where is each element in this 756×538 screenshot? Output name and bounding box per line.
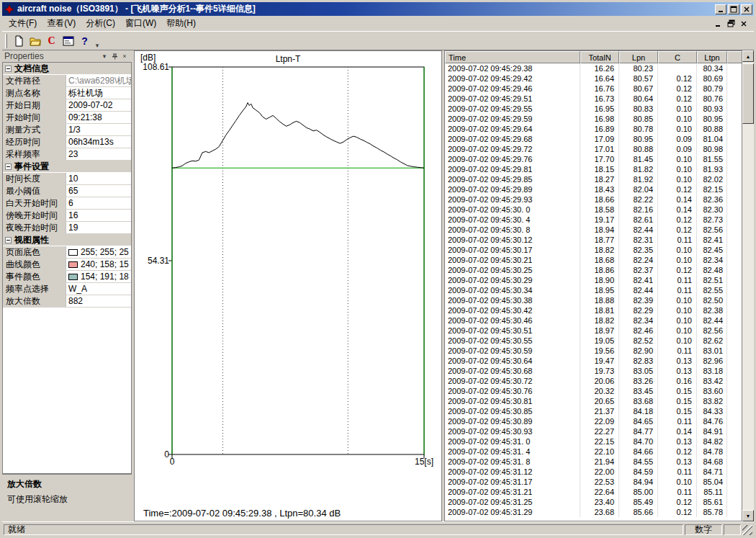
property-row[interactable]: 频率点选择W_A (3, 283, 131, 295)
column-header-time[interactable]: Time (445, 51, 580, 63)
property-row[interactable]: 事件颜色154; 191; 18 (3, 271, 131, 283)
table-row[interactable]: 2009-07-02 09:45:30.2918.9082.410.1182.5… (445, 275, 742, 285)
property-row[interactable]: 经历时间06h34m13s (3, 136, 131, 148)
collapse-icon[interactable] (5, 66, 12, 72)
property-row[interactable]: 采样频率23 (3, 148, 131, 161)
vertical-scrollbar[interactable]: ▲ ▼ (742, 50, 754, 521)
title-bar[interactable]: aircraft noise（ISO3891） - [飞机噪声分析1--事件5详… (2, 2, 754, 16)
property-row[interactable]: 白天开始时间6 (3, 197, 131, 210)
table-row[interactable]: 2009-07-02 09:45:30. 818.9482.440.1282.5… (445, 225, 742, 235)
table-row[interactable]: 2009-07-02 09:45:30.8521.3784.180.1584.3… (445, 406, 742, 416)
help-button[interactable]: ? (76, 33, 93, 49)
maximize-button[interactable] (728, 4, 739, 14)
table-row[interactable]: 2009-07-02 09:45:30.5118.9782.460.1082.5… (445, 326, 742, 336)
table-row[interactable]: 2009-07-02 09:45:30.2518.8682.370.1282.4… (445, 265, 742, 275)
column-header-lpn[interactable]: Lpn (619, 51, 658, 63)
table-row[interactable]: 2009-07-02 09:45:30.8922.0984.650.1184.7… (445, 416, 742, 426)
table-row[interactable]: 2009-07-02 09:45:29.6817.0980.950.0981.0… (445, 134, 742, 144)
scrollbar-track[interactable] (742, 62, 754, 510)
toolbar-grip[interactable] (5, 34, 7, 48)
property-value[interactable]: 1/3 (66, 124, 131, 135)
panel-menu-icon[interactable]: ▾ (99, 52, 109, 61)
property-value[interactable]: W_A (66, 283, 131, 295)
open-folder-button[interactable] (27, 33, 43, 49)
property-row[interactable]: 测量方式1/3 (3, 124, 131, 136)
property-row[interactable]: 傍晚开始时间16 (3, 210, 131, 222)
scroll-up-icon[interactable]: ▲ (742, 50, 754, 62)
property-value[interactable]: 154; 191; 18 (66, 271, 131, 282)
property-value[interactable]: 240; 158; 15 (66, 259, 131, 270)
menu-item-w[interactable]: 窗口(W) (120, 15, 161, 32)
property-value[interactable]: 255; 255; 25 (66, 246, 131, 258)
property-value[interactable]: C:\awa6298\机场 (66, 75, 131, 86)
new-document-button[interactable] (10, 33, 27, 49)
c-weighting-button[interactable]: C (43, 33, 60, 49)
property-value[interactable]: 19 (66, 222, 131, 233)
menu-item-h[interactable]: 帮助(H) (161, 15, 201, 32)
table-row[interactable]: 2009-07-02 09:45:29.8118.1581.820.1081.9… (445, 164, 742, 174)
property-section-header[interactable]: 视图属性 (3, 234, 131, 246)
property-row[interactable]: 夜晚开始时间19 (3, 222, 131, 234)
mdi-close-button[interactable] (738, 19, 750, 28)
menu-item-c[interactable]: 分析(C) (81, 15, 120, 32)
property-row[interactable]: 页面底色255; 255; 25 (3, 246, 131, 259)
property-section-header[interactable]: 文档信息 (3, 63, 131, 75)
table-row[interactable]: 2009-07-02 09:45:31.1722.5384.940.1085.0… (445, 477, 742, 487)
event-properties-button[interactable] (60, 33, 76, 49)
pin-icon[interactable] (109, 52, 120, 61)
table-row[interactable]: 2009-07-02 09:45:29.6416.8980.780.1080.8… (445, 124, 742, 134)
panel-close-icon[interactable]: × (120, 52, 130, 61)
table-row[interactable]: 2009-07-02 09:45:29.4216.6480.570.1280.6… (445, 73, 742, 84)
property-row[interactable]: 开始时间09:21:38 (3, 112, 131, 124)
property-value[interactable]: 65 (66, 185, 131, 197)
table-row[interactable]: 2009-07-02 09:45:30.9322.2784.770.1484.9… (445, 426, 742, 436)
column-header-c[interactable]: C (658, 51, 697, 63)
property-value[interactable]: 栎社机场 (66, 87, 131, 99)
properties-panel-header[interactable]: Properties ▾ × (2, 50, 132, 62)
table-row[interactable]: 2009-07-02 09:45:31.2122.6485.000.1185.1… (445, 487, 742, 497)
table-row[interactable]: 2009-07-02 09:45:30.1718.8282.350.1082.4… (445, 245, 742, 255)
close-button[interactable] (741, 4, 752, 14)
table-row[interactable]: 2009-07-02 09:45:30.3418.9582.440.1182.5… (445, 285, 742, 295)
toolbar-overflow-button[interactable]: ▾ (93, 33, 102, 49)
table-row[interactable]: 2009-07-02 09:45:29.8918.4382.040.1282.1… (445, 184, 742, 194)
table-row[interactable]: 2009-07-02 09:45:31.2923.6885.660.1285.7… (445, 507, 742, 517)
chart-svg[interactable] (135, 51, 441, 467)
property-value[interactable]: 09:21:38 (66, 112, 131, 123)
property-row[interactable]: 文件路径C:\awa6298\机场 (3, 75, 131, 87)
property-value[interactable]: 23 (66, 148, 131, 160)
resize-grip[interactable] (742, 525, 752, 535)
property-value[interactable]: 2009-07-02 (66, 99, 131, 111)
table-row[interactable]: 2009-07-02 09:45:30.5519.0582.520.1082.6… (445, 336, 742, 346)
scroll-down-icon[interactable]: ▼ (742, 510, 754, 521)
table-row[interactable]: 2009-07-02 09:45:30. 419.1782.610.1282.7… (445, 215, 742, 225)
property-row[interactable]: 放大倍数882 (3, 295, 131, 308)
mdi-restore-button[interactable] (725, 19, 737, 28)
table-row[interactable]: 2009-07-02 09:45:30.4618.8282.340.1082.4… (445, 315, 742, 326)
mdi-minimize-button[interactable] (712, 19, 724, 28)
table-row[interactable]: 2009-07-02 09:45:30.7620.3283.450.1583.6… (445, 386, 742, 396)
table-row[interactable]: 2009-07-02 09:45:30. 018.5882.160.1482.3… (445, 205, 742, 215)
table-row[interactable]: 2009-07-02 09:45:29.3816.2680.2380.34 (445, 63, 742, 73)
table-row[interactable]: 2009-07-02 09:45:29.4616.7680.670.1280.7… (445, 84, 742, 94)
table-row[interactable]: 2009-07-02 09:45:30.4218.8182.290.1082.3… (445, 305, 742, 315)
table-row[interactable]: 2009-07-02 09:45:30.2118.6882.240.1082.3… (445, 255, 742, 265)
table-row[interactable]: 2009-07-02 09:45:31. 022.1584.700.1384.8… (445, 436, 742, 447)
collapse-icon[interactable] (5, 237, 12, 243)
table-row[interactable]: 2009-07-02 09:45:30.3818.8882.390.1082.5… (445, 295, 742, 305)
scrollbar-thumb[interactable] (742, 63, 754, 124)
property-row[interactable]: 测点名称栎社机场 (3, 87, 131, 99)
table-row[interactable]: 2009-07-02 09:45:29.7217.0180.880.0980.9… (445, 144, 742, 154)
column-header-ltpn[interactable]: Ltpn (697, 51, 727, 63)
property-row[interactable]: 时间长度10 (3, 173, 131, 185)
table-row[interactable]: 2009-07-02 09:45:30.8120.6583.680.1583.8… (445, 396, 742, 406)
minimize-button[interactable] (715, 4, 726, 14)
table-row[interactable]: 2009-07-02 09:45:31.2523.4085.490.1285.6… (445, 497, 742, 507)
table-row[interactable]: 2009-07-02 09:45:30.6419.4782.830.1382.9… (445, 356, 742, 366)
table-row[interactable]: 2009-07-02 09:45:31. 422.1084.660.1284.7… (445, 447, 742, 457)
property-row[interactable]: 曲线颜色240; 158; 15 (3, 259, 131, 271)
table-row[interactable]: 2009-07-02 09:45:29.5516.9580.830.1080.9… (445, 104, 742, 114)
table-row[interactable]: 2009-07-02 09:45:29.5916.9880.850.1080.9… (445, 114, 742, 124)
menu-item-v[interactable]: 查看(V) (42, 15, 81, 32)
column-header-totaln[interactable]: TotalN (580, 51, 619, 63)
